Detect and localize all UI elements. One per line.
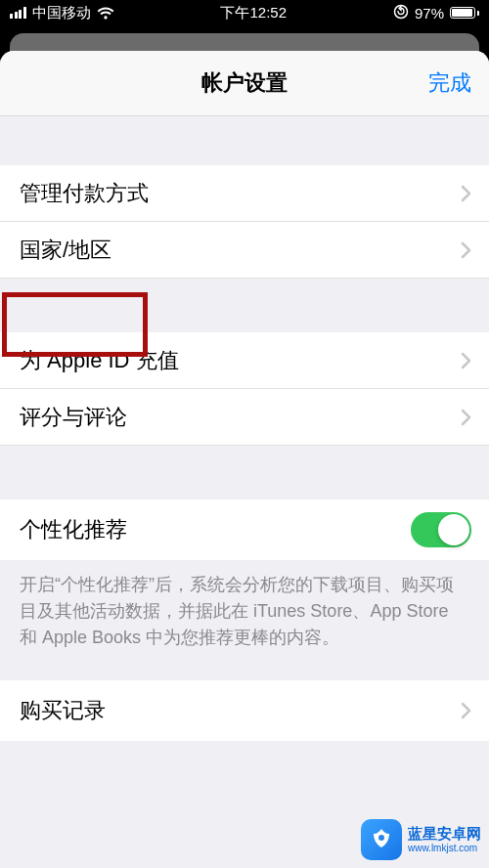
group-spacer bbox=[0, 116, 489, 165]
cell-label: 评分与评论 bbox=[20, 403, 127, 432]
chevron-right-icon bbox=[461, 241, 471, 259]
cell-label: 为 Apple ID 充值 bbox=[20, 346, 179, 375]
page-title: 帐户设置 bbox=[201, 68, 288, 98]
cell-label: 购买记录 bbox=[20, 696, 106, 725]
chevron-right-icon bbox=[461, 409, 471, 426]
status-bar: 中国移动 下午12:52 97% bbox=[0, 0, 489, 25]
manage-payment-cell[interactable]: 管理付款方式 bbox=[0, 165, 489, 222]
toggle-knob bbox=[438, 514, 469, 545]
cell-label: 个性化推荐 bbox=[20, 515, 127, 544]
svg-point-1 bbox=[378, 835, 384, 841]
status-right: 97% bbox=[393, 4, 479, 22]
watermark-icon bbox=[361, 819, 402, 860]
chevron-right-icon bbox=[461, 702, 471, 719]
done-button[interactable]: 完成 bbox=[428, 68, 471, 98]
watermark: 蓝星安卓网 www.lmkjst.com bbox=[361, 819, 481, 860]
chevron-right-icon bbox=[461, 352, 471, 369]
personalized-recommendations-cell: 个性化推荐 bbox=[0, 499, 489, 560]
ratings-reviews-cell[interactable]: 评分与评论 bbox=[0, 389, 489, 446]
personalized-footer-text: 开启“个性化推荐”后，系统会分析您的下载项目、购买项目及其他活动数据，并据此在 … bbox=[0, 560, 489, 671]
status-time: 下午12:52 bbox=[220, 4, 287, 22]
signal-icon bbox=[10, 7, 26, 19]
wifi-icon bbox=[97, 7, 114, 20]
group-spacer bbox=[0, 671, 489, 680]
watermark-url: www.lmkjst.com bbox=[408, 843, 481, 853]
cell-label: 管理付款方式 bbox=[20, 179, 149, 208]
status-left: 中国移动 bbox=[10, 4, 114, 22]
watermark-title: 蓝星安卓网 bbox=[408, 826, 481, 843]
nav-bar: 帐户设置 完成 bbox=[0, 51, 489, 116]
personalized-toggle[interactable] bbox=[411, 512, 471, 547]
orientation-lock-icon bbox=[393, 4, 409, 22]
chevron-right-icon bbox=[461, 185, 471, 202]
add-funds-cell[interactable]: 为 Apple ID 充值 bbox=[0, 332, 489, 389]
content-scroll[interactable]: 管理付款方式 国家/地区 为 Apple ID 充值 评分与评论 bbox=[0, 116, 489, 741]
group-spacer bbox=[0, 446, 489, 499]
cell-label: 国家/地区 bbox=[20, 236, 111, 265]
purchase-history-cell[interactable]: 购买记录 bbox=[0, 680, 489, 741]
group-spacer bbox=[0, 279, 489, 332]
account-settings-sheet: 帐户设置 完成 管理付款方式 国家/地区 为 Apple ID 充值 评分与评论 bbox=[0, 51, 489, 868]
battery-percent: 97% bbox=[415, 5, 444, 22]
battery-icon bbox=[450, 7, 479, 19]
country-region-cell[interactable]: 国家/地区 bbox=[0, 222, 489, 279]
carrier-label: 中国移动 bbox=[32, 4, 91, 22]
